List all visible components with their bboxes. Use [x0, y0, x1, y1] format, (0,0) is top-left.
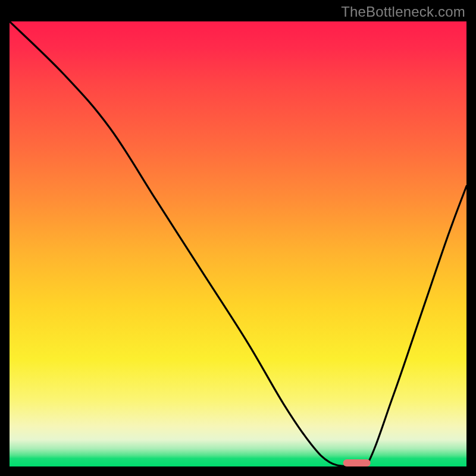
- watermark-text: TheBottleneck.com: [341, 4, 465, 20]
- plot-area: [10, 21, 466, 466]
- optimal-marker: [343, 459, 371, 466]
- chart-frame: TheBottleneck.com: [0, 0, 476, 476]
- bottleneck-curve: [10, 21, 466, 466]
- curve-layer: [10, 21, 466, 466]
